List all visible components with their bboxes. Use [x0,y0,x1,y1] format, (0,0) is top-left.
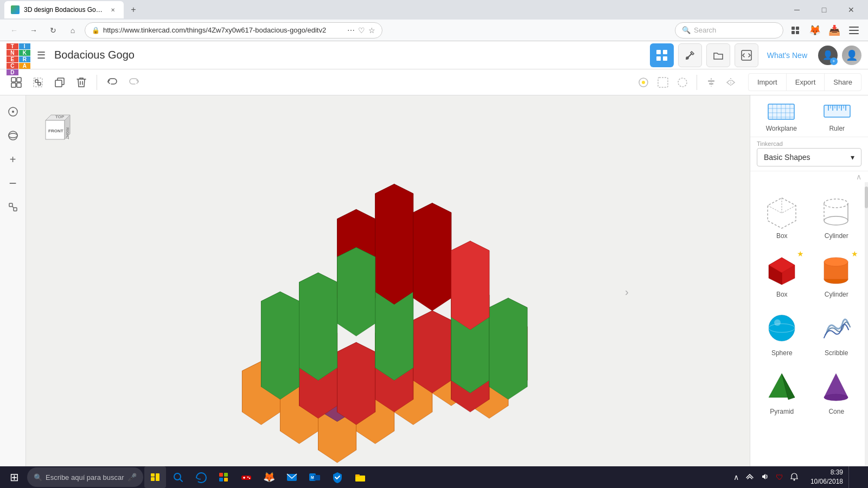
svg-marker-111 [451,241,489,330]
collapse-panel-button[interactable]: › [625,286,629,298]
pocket-icon[interactable]: 📥 [827,23,842,38]
shape-label-box-ghost: Box [776,232,788,240]
duplicate-button[interactable] [50,73,69,92]
shapes-dropdown[interactable]: Basic Shapes ▾ [757,148,861,166]
star-icon[interactable]: ☆ [368,26,375,35]
tab-close-button[interactable]: ✕ [108,5,117,14]
taskbar-app-defender[interactable] [327,466,348,488]
taskbar-app-file-explorer[interactable] [349,466,371,488]
hamburger-button[interactable]: ☰ [35,47,48,63]
tinkercad-section-label: Tinkercad [750,137,868,148]
mic-icon[interactable]: 🎤 [127,473,137,481]
close-button[interactable]: ✕ [839,0,864,21]
taskbar-search[interactable]: 🔍 Escribe aquí para buscar 🎤 [27,467,143,487]
taskbar-app-firefox[interactable]: 🦊 [258,466,280,488]
shape-item-cyl-ghost[interactable]: Cylinder [809,187,864,245]
firefox-icon[interactable]: 🦊 [807,23,822,38]
taskbar-app-search[interactable] [167,466,189,488]
redo-button[interactable] [124,73,144,92]
svg-point-32 [9,131,17,140]
zoom-in-button[interactable]: + [3,150,23,169]
share-button[interactable]: Share [825,74,861,91]
ungroup-button[interactable] [28,73,48,92]
taskbar-time[interactable]: 8:39 10/06/2018 [806,468,847,486]
forward-button[interactable]: → [26,23,41,38]
delete-button[interactable] [72,73,91,92]
minimize-button[interactable]: ─ [784,0,809,21]
whats-new-button[interactable]: What's New [763,49,812,62]
select-button[interactable] [654,74,672,91]
start-button[interactable]: ⊞ [2,465,26,488]
grid-view-button[interactable] [650,43,674,67]
browser-search-box[interactable]: 🔍 Search [675,22,783,38]
tools-button[interactable] [678,43,702,67]
shapes-scroll-area[interactable]: Box Cylinder ★ [750,182,868,488]
tinkercad-logo[interactable]: T I N K E R C A D [7,43,30,67]
shape-item-sphere-blue[interactable]: Sphere [755,304,809,362]
refresh-button[interactable]: ↻ [46,23,61,38]
address-actions: ⋯ ♡ ☆ [347,26,375,35]
toolbar-divider-1 [97,75,97,90]
undo-button[interactable] [103,73,122,92]
shape-item-pyramid-green[interactable]: Pyramid [755,362,809,421]
taskbar-app-store[interactable] [213,466,234,488]
volume-icon[interactable] [758,470,771,485]
taskbar-app-explorer[interactable] [144,466,166,488]
ruler-button[interactable]: Ruler [813,100,862,132]
browser-addressbar: ← → ↻ ⌂ 🔒 https://www.tinkercad.com/thin… [0,20,868,41]
maximize-button[interactable]: □ [812,0,837,21]
canvas-area[interactable]: TOP FRONT RIGHT › [26,95,750,488]
workplane-button[interactable]: Workplane [757,100,806,132]
scrollbar-thumb [865,187,868,208]
user-avatar[interactable]: 👤 [842,46,861,65]
dropdown-arrow-icon: ▾ [851,153,854,162]
3d-scene [26,95,750,488]
home-view-button[interactable] [3,102,23,121]
taskbar-app-mail[interactable] [281,466,303,488]
svg-rect-4 [849,27,859,28]
shape-item-cone-purple[interactable]: Cone [809,362,864,421]
align-button[interactable] [703,74,720,91]
svg-point-33 [9,133,17,138]
mirror-button[interactable] [722,74,739,91]
group-button[interactable] [7,73,26,92]
tray-expand-icon[interactable]: ∧ [731,471,741,484]
shape-item-scribble[interactable]: Scribble [809,304,864,362]
zoom-out-button[interactable]: − [3,174,23,193]
circle-tool-button[interactable] [674,74,691,91]
svg-point-31 [12,111,14,113]
view-cube[interactable]: TOP FRONT RIGHT [35,104,73,142]
shape-item-cyl-orange[interactable]: ★ Cylinder [809,245,864,304]
scroll-up-indicator[interactable]: ∧ [750,171,868,182]
back-button[interactable]: ← [7,23,22,38]
svg-rect-155 [151,473,155,477]
shape-item-box-red[interactable]: ★ Box [755,245,809,304]
show-desktop-button[interactable] [848,466,866,488]
orbit-button[interactable] [3,126,23,145]
folder-button[interactable] [706,43,730,67]
taskbar-app-games[interactable] [235,466,257,488]
user-account-button[interactable]: 👤 + [818,46,838,65]
taskbar-app-edge[interactable] [190,466,212,488]
menu-button[interactable] [846,23,861,38]
export-button[interactable]: Export [787,74,825,91]
notification-icon[interactable] [788,470,801,485]
fit-all-button[interactable] [3,197,23,217]
extensions-button[interactable] [788,23,803,38]
defender-tray-icon[interactable]: 🛡 [774,471,786,484]
shapes-scrollbar[interactable] [865,182,868,488]
network-icon[interactable] [743,470,756,485]
taskbar-app-outlook[interactable]: M [304,466,326,488]
home-button[interactable]: ⌂ [65,23,80,38]
shape-item-box-ghost[interactable]: Box [755,187,809,245]
svg-rect-1 [796,27,799,30]
more-icon[interactable]: ⋯ [347,26,355,35]
new-tab-button[interactable]: + [126,2,141,17]
bookmark-icon[interactable]: ♡ [358,26,365,35]
svg-line-137 [782,206,796,213]
help-button[interactable] [635,74,652,91]
browser-tab[interactable]: 3D design Bodacious Gogo | Ti... ✕ [4,1,124,18]
address-bar[interactable]: 🔒 https://www.tinkercad.com/things/4Zw7x… [85,22,382,38]
import-button[interactable]: Import [749,74,787,91]
code-button[interactable] [735,43,758,67]
